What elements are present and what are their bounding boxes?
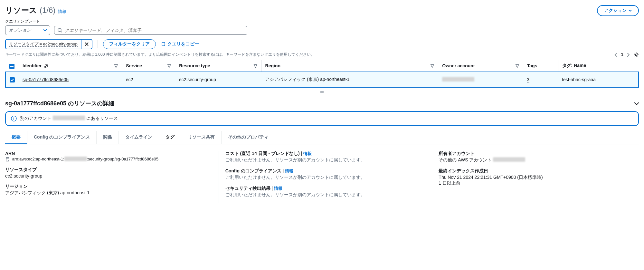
rtype-value: ec2:security-group bbox=[5, 173, 212, 178]
arn-label: ARN bbox=[5, 151, 212, 156]
owner-label: 所有者アカウント bbox=[439, 151, 639, 157]
gear-icon bbox=[634, 52, 639, 57]
chevron-down-icon bbox=[629, 10, 632, 12]
tab-tags[interactable]: タグ bbox=[159, 131, 181, 144]
external-link-icon bbox=[44, 64, 48, 68]
info-link[interactable]: 情報 bbox=[274, 186, 282, 191]
chevron-down-icon bbox=[634, 102, 639, 105]
index-relative: 1 日以上前 bbox=[439, 180, 639, 186]
index-label: 最終インデックス作成日 bbox=[439, 168, 639, 174]
account-redacted: ████████ bbox=[493, 157, 525, 162]
split-handle[interactable]: ═ bbox=[5, 88, 639, 96]
copy-icon[interactable] bbox=[5, 157, 10, 162]
info-link[interactable]: 情報 bbox=[58, 9, 66, 14]
query-template-select[interactable]: オプション bbox=[5, 25, 50, 35]
page-header: リソース (1/6) 情報 アクション bbox=[5, 5, 639, 16]
region-value: アジアパシフィック (東京) ap-northeast-1 bbox=[5, 190, 212, 196]
tab-other[interactable]: その他のプロパティ bbox=[222, 131, 275, 144]
chevron-down-icon bbox=[43, 29, 47, 31]
owner-redacted: ████████ bbox=[442, 77, 474, 82]
copy-query-button[interactable]: クエリをコピー bbox=[161, 41, 199, 47]
detail-tabs: 概要 Config のコンプライアンス 関係 タイムライン タグ リソース共有 … bbox=[5, 131, 639, 144]
next-page-button[interactable] bbox=[627, 52, 630, 57]
tab-config[interactable]: Config のコンプライアンス bbox=[27, 131, 97, 144]
filter-chip: リソースタイプ = ec2:security-group bbox=[5, 39, 92, 49]
action-button[interactable]: アクション bbox=[597, 5, 639, 16]
sort-icon[interactable]: ▽ bbox=[114, 63, 118, 68]
clear-filter-button[interactable]: フィルターをクリア bbox=[103, 39, 156, 49]
page-title: リソース bbox=[5, 5, 37, 15]
prev-page-button[interactable] bbox=[614, 52, 617, 57]
search-box[interactable] bbox=[54, 26, 247, 35]
collapse-button[interactable] bbox=[634, 101, 639, 106]
tags-count[interactable]: 3 bbox=[527, 77, 529, 82]
region-label: リージョン bbox=[5, 184, 212, 189]
index-value: Thu Nov 21 2024 22:21:31 GMT+0900 (日本標準時… bbox=[439, 175, 639, 180]
divider bbox=[98, 40, 98, 48]
sort-icon[interactable]: ▽ bbox=[516, 63, 519, 68]
search-icon bbox=[58, 28, 62, 33]
search-input[interactable] bbox=[65, 28, 244, 33]
page-count: (1/6) bbox=[40, 6, 55, 15]
svg-point-8 bbox=[14, 117, 14, 118]
row-checkbox[interactable] bbox=[10, 77, 15, 82]
account-redacted: ████████ bbox=[53, 116, 85, 120]
sort-icon[interactable]: ▽ bbox=[167, 63, 171, 68]
svg-point-0 bbox=[58, 28, 61, 32]
info-link[interactable]: 情報 bbox=[285, 169, 293, 173]
tab-relations[interactable]: 関係 bbox=[97, 131, 119, 144]
info-link[interactable]: 情報 bbox=[303, 151, 312, 156]
close-icon[interactable] bbox=[81, 40, 92, 49]
sort-icon[interactable]: ▽ bbox=[431, 63, 434, 68]
page-number: 1 bbox=[621, 52, 623, 57]
tab-sharing[interactable]: リソース共有 bbox=[181, 131, 222, 144]
svg-line-1 bbox=[61, 31, 62, 33]
tab-overview[interactable]: 概要 bbox=[5, 131, 27, 144]
chevron-right-icon bbox=[627, 53, 630, 57]
chevron-left-icon bbox=[614, 53, 617, 57]
query-template-label: クエリテンプレート bbox=[5, 19, 639, 24]
tab-timeline[interactable]: タイムライン bbox=[119, 131, 159, 144]
detail-title: sg-0a1777ffcd8686e05 のリソースの詳細 bbox=[5, 100, 114, 107]
select-all-checkbox[interactable] bbox=[9, 64, 14, 69]
info-icon bbox=[11, 116, 17, 121]
table-row[interactable]: sg-0a1777ffcd8686e05 ec2 ec2:security-gr… bbox=[5, 72, 639, 87]
rtype-label: リソースタイプ bbox=[5, 167, 212, 173]
copy-icon bbox=[161, 42, 166, 46]
arn-value: arn:aws:ec2:ap-northeast-1:████:security… bbox=[5, 157, 212, 162]
svg-point-5 bbox=[635, 54, 637, 56]
info-banner: 別のアカウント ████████ にあるリソース bbox=[5, 111, 639, 126]
resource-table: Identifier ▽ Service▽ Resource type▽ Reg… bbox=[5, 60, 639, 88]
sort-icon[interactable]: ▽ bbox=[254, 63, 257, 68]
settings-button[interactable] bbox=[634, 52, 639, 57]
identifier-link[interactable]: sg-0a1777ffcd8686e05 bbox=[23, 77, 69, 82]
